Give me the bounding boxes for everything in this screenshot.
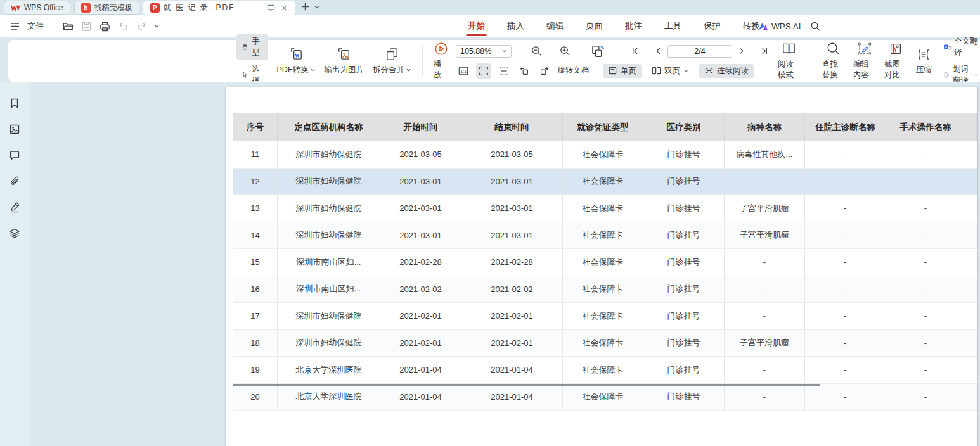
wps-ai-button[interactable]: WPS AI (758, 22, 801, 31)
table-bottom-border (233, 384, 820, 386)
pdf-convert-button[interactable]: PDF转换 (273, 46, 320, 76)
undo-icon[interactable] (117, 20, 129, 32)
continuous-read-button[interactable]: 连续阅读 (699, 64, 754, 78)
play-button[interactable]: 播放 (429, 41, 453, 81)
file-menu[interactable]: 文件 (27, 20, 44, 32)
prev-page-icon[interactable] (654, 47, 662, 55)
close-icon[interactable] (280, 4, 288, 12)
table-row[interactable]: 18深圳市妇幼保健院2021-02-012021-02-01社会保障卡门诊挂号子… (233, 330, 977, 357)
attachment-icon[interactable] (9, 175, 20, 187)
table-row[interactable]: 14深圳市妇幼保健院2021-03-012021-03-01社会保障卡门诊挂号子… (233, 222, 977, 250)
table-cell: 深圳市妇幼保健院 (278, 222, 380, 250)
double-page-button[interactable]: 双页 (647, 64, 694, 78)
read-mode-button[interactable]: 阅读模式 (773, 41, 804, 81)
table-cell: 社会保障卡 (563, 141, 643, 169)
app-tab-docer[interactable]: b 找稻壳模板 (74, 1, 139, 15)
full-translate-icon: A (943, 42, 951, 52)
column-header: 序号 (233, 113, 278, 141)
table-row[interactable]: 11深圳市妇幼保健院2021-03-052021-03-05社会保障卡门诊挂号病… (233, 141, 977, 169)
pdf-convert-icon (288, 46, 304, 62)
tab-list-chevron-icon[interactable] (314, 4, 320, 10)
edit-content-icon (857, 41, 872, 56)
table-cell: - (805, 384, 886, 411)
rotate-doc-icon[interactable] (590, 44, 607, 58)
table-cell: 2021-02-28 (380, 249, 461, 276)
table-row[interactable]: 19北京大学深圳医院2021-01-042021-01-04社会保障卡门诊挂号-… (233, 357, 977, 384)
print-icon[interactable] (99, 20, 111, 32)
menu-bar: 文件 开始插入编辑页面批注工具保护转换 (0, 15, 980, 37)
ribbon-tab[interactable]: 开始 (466, 15, 487, 37)
bookmark-icon[interactable] (9, 98, 20, 109)
chevron-down-icon[interactable] (154, 23, 160, 29)
fit-width-button[interactable] (496, 63, 512, 79)
divider (53, 21, 53, 31)
search-icon[interactable] (810, 21, 821, 32)
rotate-left-button[interactable] (517, 63, 532, 79)
ribbon-tab[interactable]: 插入 (505, 15, 526, 37)
table-row[interactable]: 15深圳市南山区妇...2021-02-282021-02-28社会保障卡门诊挂… (233, 249, 977, 276)
thumbnail-icon[interactable] (9, 124, 20, 135)
open-folder-icon[interactable] (62, 20, 74, 32)
table-row[interactable]: 16深圳市南山区妇...2021-02-022021-02-02社会保障卡门诊挂… (233, 276, 977, 303)
app-tab-wps-office[interactable]: WPS Office (4, 1, 70, 15)
table-cell: - (725, 276, 805, 303)
ribbon-tab[interactable]: 保护 (702, 15, 723, 37)
edit-content-button[interactable]: 编辑内容 (849, 41, 880, 81)
table-cell: 社会保障卡 (563, 169, 643, 196)
hamburger-icon[interactable] (9, 20, 21, 32)
ribbon-tab[interactable]: 页面 (584, 15, 605, 37)
table-cell: 14 (233, 222, 278, 250)
last-page-icon[interactable] (761, 47, 769, 55)
table-row[interactable]: 13深圳市妇幼保健院2021-03-012021-03-01社会保障卡门诊挂号子… (233, 195, 977, 222)
full-translate-button[interactable]: A 全文翻译 (938, 34, 980, 60)
tab-label: 找稻壳模板 (94, 3, 132, 13)
new-tab-icon[interactable] (300, 2, 310, 11)
next-page-icon[interactable] (737, 47, 745, 55)
table-cell: 社会保障卡 (563, 384, 643, 411)
chevron-down-icon (501, 48, 507, 54)
table-row[interactable]: 12深圳市妇幼保健院2021-03-012021-03-01社会保障卡门诊挂号-… (233, 169, 977, 196)
tab-label: WPS Office (24, 3, 63, 12)
signature-icon[interactable] (9, 201, 20, 213)
comment-icon[interactable] (9, 150, 20, 161)
table-cell: 2021-02-01 (461, 303, 563, 330)
rotate-right-button[interactable] (537, 63, 552, 79)
first-page-icon[interactable] (631, 47, 639, 55)
monitor-icon[interactable] (267, 4, 275, 12)
actual-size-button[interactable]: 1:1 (456, 63, 471, 79)
table-cell: 2021-01-04 (461, 357, 563, 384)
book-icon (781, 41, 797, 56)
find-replace-button[interactable]: 查找替换 (818, 41, 849, 81)
column-header: 医疗类别 (643, 113, 725, 141)
page-indicator-input[interactable]: 2/4 (667, 45, 732, 58)
hand-tool-button[interactable]: 手型 (236, 34, 268, 60)
table-cell: 16 (233, 276, 278, 303)
document-tab-pdf[interactable]: P 就 医 记 录 .PDF (143, 1, 295, 15)
rotate-doc-label[interactable]: 旋转文档 (557, 65, 589, 76)
table-cell: 2021-03-01 (380, 169, 461, 196)
screenshot-compare-button[interactable]: 截图对比 (880, 41, 911, 81)
fit-page-button[interactable] (476, 63, 491, 79)
split-merge-icon (384, 46, 400, 62)
table-row[interactable]: 20北京大学深圳医院2021-01-042021-01-04社会保障卡门诊挂号-… (233, 384, 977, 411)
full-translate-label: 全文翻译 (954, 35, 978, 58)
table-row[interactable]: 17深圳市妇幼保健院2021-02-012021-02-01社会保障卡门诊挂号-… (233, 303, 977, 330)
zoom-out-icon[interactable] (531, 45, 543, 57)
layers-icon[interactable] (9, 227, 20, 239)
zoom-level-select[interactable]: 105.88% (456, 45, 512, 58)
export-image-button[interactable]: 输出为图片 (320, 46, 369, 76)
ribbon-tab[interactable]: 批注 (623, 15, 644, 37)
ribbon-tab[interactable]: 编辑 (545, 15, 565, 37)
table-cell: 12 (233, 169, 278, 196)
redo-icon[interactable] (136, 20, 148, 32)
compress-button[interactable]: 压缩 (911, 46, 936, 76)
ribbon-tab[interactable]: 工具 (662, 15, 683, 37)
read-mode-label: 阅读模式 (778, 59, 800, 80)
table-cell: 北京大学深圳医院 (278, 384, 380, 411)
column-header: 结束时间 (461, 113, 563, 141)
save-icon[interactable] (81, 20, 93, 32)
document-canvas[interactable]: 序号定点医药机构名称开始时间结束时间就诊凭证类型医疗类别病种名称住院主诊断名称手… (29, 82, 980, 446)
single-page-button[interactable]: 单页 (603, 64, 642, 78)
zoom-in-icon[interactable] (559, 45, 571, 57)
split-merge-button[interactable]: 拆分合并 (368, 46, 416, 76)
